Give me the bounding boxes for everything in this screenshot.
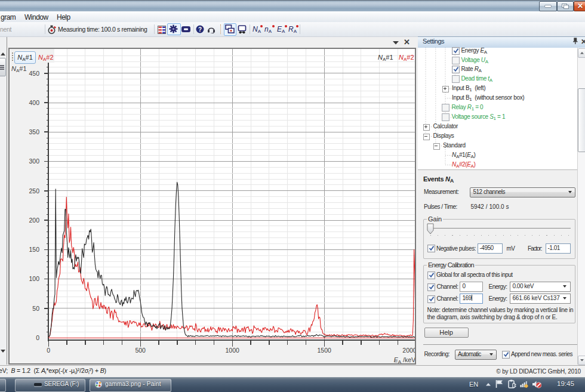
svg-text:150: 150	[29, 246, 39, 253]
svg-text:400: 400	[29, 99, 39, 106]
svg-text:200: 200	[29, 217, 39, 224]
svg-text:350: 350	[29, 128, 39, 135]
svg-text:450: 450	[29, 70, 39, 77]
svg-text:300: 300	[29, 158, 39, 165]
svg-text:1000: 1000	[226, 347, 240, 354]
svg-text:1500: 1500	[318, 347, 332, 354]
svg-text:EA /keV: EA /keV	[394, 356, 415, 363]
svg-text:?: ?	[198, 26, 202, 33]
svg-text:250: 250	[29, 187, 39, 195]
svg-text:100: 100	[29, 275, 39, 282]
svg-text:0: 0	[36, 334, 39, 341]
svg-text:500: 500	[135, 347, 146, 354]
svg-text:50: 50	[32, 305, 39, 312]
svg-text:0: 0	[47, 347, 50, 354]
svg-text:2000: 2000	[402, 347, 415, 354]
